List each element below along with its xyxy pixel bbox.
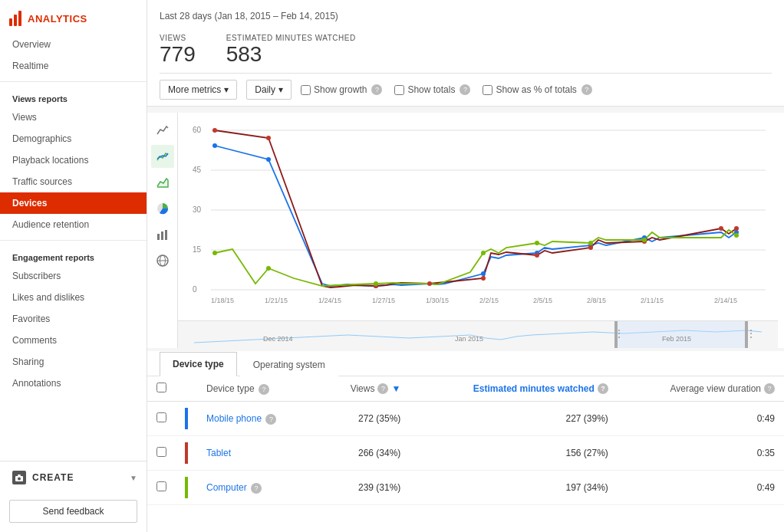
th-device-type: Device type ? xyxy=(197,376,317,402)
color-bar-tablet xyxy=(185,442,188,464)
sidebar-item-overview[interactable]: Overview xyxy=(0,34,147,55)
row-checkbox[interactable] xyxy=(156,447,166,457)
svg-text:Dec 2014: Dec 2014 xyxy=(263,335,293,343)
row-duration-cell: 0:49 xyxy=(618,402,784,436)
create-row[interactable]: CREATE ▼ xyxy=(0,461,147,494)
metric-views-value: 779 xyxy=(160,42,196,67)
sidebar-item-annotations[interactable]: Annotations xyxy=(0,373,147,394)
th-duration-help-icon[interactable]: ? xyxy=(764,383,775,394)
svg-text:1/21/15: 1/21/15 xyxy=(265,297,288,304)
pie-chart-icon[interactable] xyxy=(151,197,174,220)
show-totals-help-icon[interactable]: ? xyxy=(460,84,470,95)
th-views-help-icon[interactable]: ? xyxy=(377,383,388,394)
tab-device-type[interactable]: Device type xyxy=(160,352,237,376)
show-as-totals-label: Show as % of totals xyxy=(496,84,576,95)
chevron-down-icon: ▼ xyxy=(130,474,137,482)
camera-icon xyxy=(12,471,26,484)
svg-text:2/14/15: 2/14/15 xyxy=(714,297,737,304)
sidebar-item-sharing[interactable]: Sharing xyxy=(0,351,147,373)
area-chart-icon[interactable] xyxy=(151,171,174,194)
row-minutes-cell: 227 (39%) xyxy=(410,402,618,436)
mobile-help-icon[interactable]: ? xyxy=(265,414,276,425)
send-feedback-button[interactable]: Send feedback xyxy=(9,500,137,523)
line-chart-icon[interactable] xyxy=(151,119,174,142)
sidebar-item-favorites[interactable]: Favorites xyxy=(0,308,147,330)
show-growth-input[interactable] xyxy=(301,85,311,95)
main-chart-svg: 60 45 30 15 0 1/18/15 1/21/15 1/24/15 1/… xyxy=(178,119,778,318)
svg-text:2/2/15: 2/2/15 xyxy=(479,297,499,304)
more-metrics-button[interactable]: More metrics ▾ xyxy=(160,80,237,100)
row-checkbox[interactable] xyxy=(156,412,166,422)
svg-point-43 xyxy=(535,253,539,258)
tab-operating-system[interactable]: Operating system xyxy=(240,352,338,376)
app-logo: ANALYTICS xyxy=(0,0,147,34)
table-row: Tablet 266 (34%) 156 (27%) 0:35 xyxy=(147,436,784,471)
row-checkbox[interactable] xyxy=(156,481,166,491)
bar-chart-icon[interactable] xyxy=(151,223,174,246)
row-checkbox-cell xyxy=(147,471,176,505)
svg-text:Feb 2015: Feb 2015 xyxy=(662,335,691,343)
logo-bar-3 xyxy=(18,11,21,26)
table-row: Mobile phone ? 272 (35%) 227 (39%) 0:49 xyxy=(147,402,784,436)
world-icon[interactable] xyxy=(151,249,174,272)
metrics-row: VIEWS 779 ESTIMATED MINUTES WATCHED 583 xyxy=(160,28,772,74)
mini-chart: ⋮ ⋮ Dec 2014 Jan 2015 Feb 2015 xyxy=(178,320,778,348)
sidebar-item-traffic[interactable]: Traffic sources xyxy=(0,171,147,192)
computer-help-icon[interactable]: ? xyxy=(251,483,262,494)
show-as-totals-input[interactable] xyxy=(483,85,492,95)
svg-point-47 xyxy=(734,226,739,231)
chart-type-icons xyxy=(147,113,178,348)
sidebar-item-comments[interactable]: Comments xyxy=(0,330,147,351)
tab-row: Device type Operating system xyxy=(147,351,784,376)
show-totals-input[interactable] xyxy=(394,85,404,95)
sidebar-navigation: Overview Realtime Views reports Views De… xyxy=(0,34,147,461)
svg-point-54 xyxy=(642,238,647,242)
sidebar-divider-1 xyxy=(0,81,147,82)
svg-text:2/5/15: 2/5/15 xyxy=(533,297,552,304)
th-device-help-icon[interactable]: ? xyxy=(259,384,269,395)
sidebar-item-demographics[interactable]: Demographics xyxy=(0,128,147,149)
create-label: CREATE xyxy=(32,472,74,483)
daily-button[interactable]: Daily ▾ xyxy=(246,80,292,100)
metric-minutes-value: 583 xyxy=(226,42,356,67)
select-all-th xyxy=(147,376,176,402)
show-growth-checkbox[interactable]: Show growth ? xyxy=(301,84,382,95)
sidebar-item-playback[interactable]: Playback locations xyxy=(0,149,147,171)
svg-rect-4 xyxy=(157,234,160,240)
svg-point-42 xyxy=(481,276,486,281)
multi-line-chart-icon[interactable] xyxy=(151,145,174,168)
sidebar-item-views[interactable]: Views xyxy=(0,107,147,128)
th-duration: Average view duration ? xyxy=(618,376,784,402)
svg-text:1/27/15: 1/27/15 xyxy=(372,297,395,304)
device-link-tablet[interactable]: Tablet xyxy=(206,448,231,458)
sidebar-item-likes[interactable]: Likes and dislikes xyxy=(0,287,147,308)
sidebar-item-devices[interactable]: Devices xyxy=(0,192,147,214)
show-totals-checkbox[interactable]: Show totals ? xyxy=(394,84,470,95)
logo-bar-1 xyxy=(9,18,12,26)
chart-container: 60 45 30 15 0 1/18/15 1/21/15 1/24/15 1/… xyxy=(147,113,784,348)
row-views-cell: 266 (34%) xyxy=(317,436,410,471)
svg-rect-2 xyxy=(18,475,21,476)
show-as-totals-help-icon[interactable]: ? xyxy=(581,84,592,95)
content-area: 60 45 30 15 0 1/18/15 1/21/15 1/24/15 1/… xyxy=(147,107,784,532)
create-left: CREATE xyxy=(12,471,74,484)
show-as-totals-checkbox[interactable]: Show as % of totals ? xyxy=(483,84,591,95)
show-growth-help-icon[interactable]: ? xyxy=(371,84,382,95)
sidebar-item-realtime[interactable]: Realtime xyxy=(0,55,147,77)
metric-minutes: ESTIMATED MINUTES WATCHED 583 xyxy=(226,34,356,67)
svg-text:30: 30 xyxy=(193,205,202,214)
svg-point-33 xyxy=(481,271,486,276)
svg-point-51 xyxy=(481,251,486,255)
sidebar-item-audience[interactable]: Audience retention xyxy=(0,214,147,235)
table-row: Computer ? 239 (31%) 197 (34%) 0:49 xyxy=(147,471,784,505)
show-growth-label: Show growth xyxy=(314,84,367,95)
select-all-checkbox[interactable] xyxy=(156,383,166,392)
svg-text:2/11/15: 2/11/15 xyxy=(641,297,664,304)
device-link-computer[interactable]: Computer xyxy=(206,482,247,493)
sidebar-item-subscribers[interactable]: Subscribers xyxy=(0,265,147,287)
th-minutes-help-icon[interactable]: ? xyxy=(598,383,608,394)
mini-chart-svg: ⋮ ⋮ Dec 2014 Jan 2015 Feb 2015 xyxy=(181,321,775,349)
svg-point-46 xyxy=(719,226,723,231)
app-title: ANALYTICS xyxy=(28,13,87,25)
device-link-mobile[interactable]: Mobile phone xyxy=(206,413,262,424)
